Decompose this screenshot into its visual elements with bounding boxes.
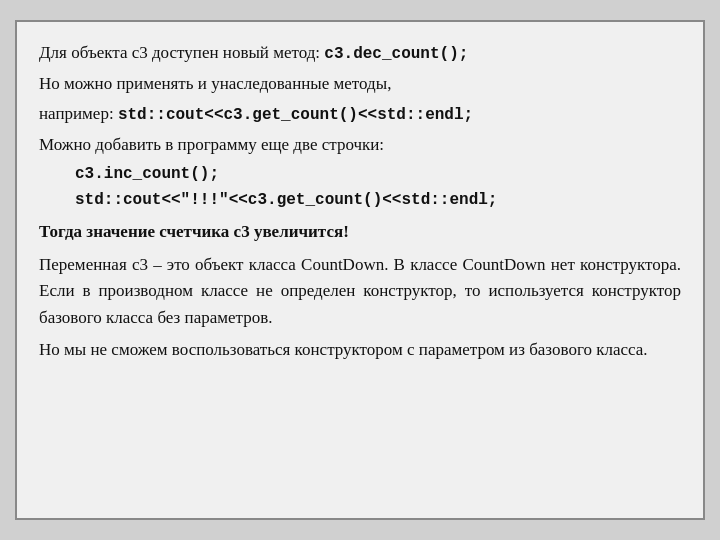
bold-line-text: Тогда значение счетчика с3 увеличится! (39, 222, 349, 241)
line2-text: Но можно применять и унаследованные мето… (39, 74, 391, 93)
paragraph1-text: Переменная с3 – это объект класса CountD… (39, 255, 681, 327)
paragraph1-block: Переменная с3 – это объект класса CountD… (39, 252, 681, 331)
code-line1: c3.inc_count(); (75, 162, 681, 188)
main-content-box: Для объекта с3 доступен новый метод: c3.… (15, 20, 705, 520)
line4-paragraph: Можно добавить в программу еще две строч… (39, 132, 681, 158)
line3-paragraph: например: std::cout<<c3.get_count()<<std… (39, 101, 681, 128)
line1-code: c3.dec_count(); (324, 45, 468, 63)
line3-code: std::cout<<c3.get_count()<<std::endl; (118, 106, 473, 124)
code-line2: std::cout<<"!!!"<<c3.get_count()<<std::e… (75, 188, 681, 214)
line3-text-before: например: (39, 104, 118, 123)
bold-paragraph: Тогда значение счетчика с3 увеличится! (39, 219, 681, 245)
line2-paragraph: Но можно применять и унаследованные мето… (39, 71, 681, 97)
line1-text-before: Для объекта с3 доступен новый метод: (39, 43, 324, 62)
line1-paragraph: Для объекта с3 доступен новый метод: c3.… (39, 40, 681, 67)
paragraph2-block: Но мы не сможем воспользоваться конструк… (39, 337, 681, 363)
line4-text: Можно добавить в программу еще две строч… (39, 135, 384, 154)
paragraph2-text: Но мы не сможем воспользоваться конструк… (39, 340, 648, 359)
